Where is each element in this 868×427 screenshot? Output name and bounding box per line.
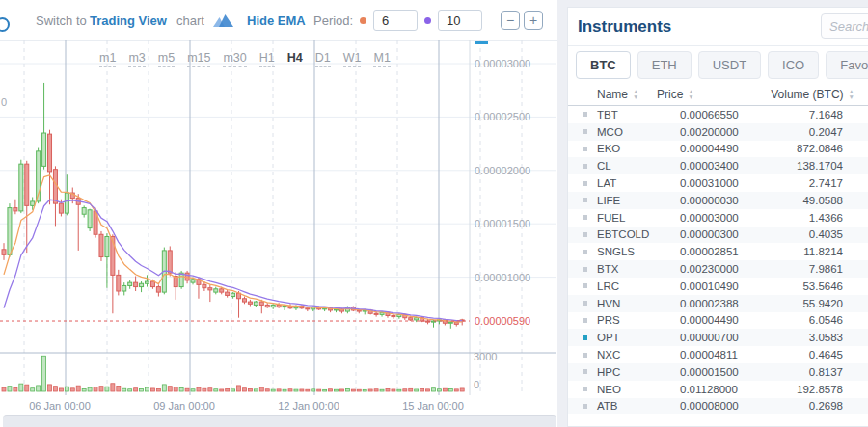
chart-word-label: chart xyxy=(176,13,204,28)
instrument-row[interactable]: ATB0.000080000.2698 xyxy=(568,398,868,415)
instrument-row[interactable]: NXC0.000048110.4645 xyxy=(568,346,868,363)
instrument-price: 0.00004811 xyxy=(680,349,765,360)
instrument-row[interactable]: LRC0.0001049053.5646 xyxy=(568,278,868,295)
svg-text:0.00001000: 0.00001000 xyxy=(475,272,530,283)
instrument-price: 0.00200000 xyxy=(680,126,765,138)
bullet-icon xyxy=(583,181,587,186)
instrument-volume: 53.5646 xyxy=(765,280,843,292)
instrument-price: 0.00230000 xyxy=(680,263,765,275)
svg-text:3000: 3000 xyxy=(474,351,497,362)
candlestick-chart[interactable]: 0.000030000.000025000.000020000.00001500… xyxy=(0,40,557,416)
search-input[interactable] xyxy=(821,13,868,39)
tab-label: BTC xyxy=(590,52,616,78)
instrument-volume: 3.0583 xyxy=(765,332,843,343)
instrument-volume: 11.8214 xyxy=(765,246,843,257)
instrument-row[interactable]: EKO0.00004490872.0846 xyxy=(568,141,868,158)
volume-layer xyxy=(2,356,464,391)
instrument-row[interactable]: BTX0.002300007.9861 xyxy=(568,260,868,278)
sort-icon[interactable]: ▲▼ xyxy=(688,90,693,99)
bullet-icon xyxy=(583,404,587,409)
tab-ico[interactable]: ICO xyxy=(768,51,819,79)
instrument-row[interactable]: SNGLS0.0000285111.8214 xyxy=(568,243,868,260)
instrument-volume: 0.2698 xyxy=(765,400,843,412)
instrument-name: ATB xyxy=(597,400,680,412)
timeframe-m1[interactable]: m1 xyxy=(99,51,116,67)
switch-to-label: Switch to xyxy=(36,13,87,28)
instrument-name: MCO xyxy=(597,126,680,138)
trading-view-link[interactable]: Trading View xyxy=(90,13,167,28)
chart-toolbar: Switch to Trading View chart Hide EMA Pe… xyxy=(0,0,557,41)
timeframe-h1[interactable]: H1 xyxy=(259,51,275,67)
instrument-row[interactable]: MCO0.002000000.2047 xyxy=(568,123,868,141)
column-header-name[interactable]: Name ▲▼ xyxy=(597,88,657,101)
instrument-row[interactable]: PRS0.000044906.0546 xyxy=(568,312,868,330)
tab-favorites[interactable]: Favorites xyxy=(826,51,868,79)
time-axis-label: 12 Jan 00:00 xyxy=(278,400,339,412)
instrument-name: NEO xyxy=(597,384,680,395)
instruments-header: Instruments xyxy=(568,8,868,46)
ema10-period-input[interactable] xyxy=(438,10,482,31)
ema6-period-input[interactable] xyxy=(373,10,418,31)
svg-text:0.00003000: 0.00003000 xyxy=(475,58,530,69)
bullet-icon xyxy=(583,250,587,254)
tab-usdt[interactable]: USDT xyxy=(698,51,761,79)
current-price-label: 0.00000590 xyxy=(475,315,530,327)
instrument-price: 0.00066550 xyxy=(680,109,765,120)
instrument-row[interactable]: HPC0.000015000.8137 xyxy=(568,363,868,381)
hide-ema-link[interactable]: Hide EMA xyxy=(247,13,306,28)
instrument-price: 0.00010490 xyxy=(680,280,765,292)
instrument-name: NXC xyxy=(597,349,680,360)
chart-style-icon xyxy=(212,13,234,28)
instrument-price: 0.00031000 xyxy=(680,177,765,189)
bullet-icon xyxy=(583,267,587,272)
timeframe-m15[interactable]: m15 xyxy=(187,51,210,67)
timeframe-h4[interactable]: H4 xyxy=(287,51,303,67)
instrument-row[interactable]: NEO0.01128000192.8578 xyxy=(568,381,868,398)
zoom-out-button[interactable]: − xyxy=(501,11,520,30)
bullet-icon xyxy=(583,318,587,323)
instruments-panel: Instruments BTCETHUSDTICOFavorites Name … xyxy=(567,7,868,427)
period-label: Period: xyxy=(313,13,353,28)
timeframe-m30[interactable]: m30 xyxy=(223,51,246,67)
column-header-price[interactable]: Price ▲▼ xyxy=(657,88,728,101)
instrument-volume: 7.9861 xyxy=(765,263,843,275)
instrument-row[interactable]: FUEL0.000030001.4366 xyxy=(568,209,868,227)
timeframe-d1[interactable]: D1 xyxy=(315,51,331,67)
bullet-icon xyxy=(583,112,587,117)
bullet-icon xyxy=(583,301,587,306)
chart-horizontal-scrollbar[interactable] xyxy=(3,415,556,427)
bullet-icon xyxy=(583,164,587,169)
tab-eth[interactable]: ETH xyxy=(637,51,692,79)
instrument-volume: 55.9420 xyxy=(765,298,843,309)
instrument-volume: 138.1704 xyxy=(765,160,843,172)
time-axis-label: 06 Jan 00:00 xyxy=(29,400,91,412)
column-header-volume[interactable]: Volume (BTC) ▲▼ xyxy=(755,88,854,101)
instrument-name: EKO xyxy=(597,143,680,154)
timeframe-m1[interactable]: M1 xyxy=(373,51,390,67)
bullet-icon xyxy=(583,283,587,288)
sort-icon[interactable]: ▲▼ xyxy=(849,90,854,99)
instrument-price: 0.00000700 xyxy=(680,332,765,343)
instrument-row[interactable]: CL0.00003400138.1704 xyxy=(568,157,868,174)
ema10-color-dot xyxy=(424,17,431,24)
instrument-row[interactable]: HVN0.0000238855.9420 xyxy=(568,295,868,312)
favorite-bullet-icon xyxy=(583,335,587,340)
tab-label: ETH xyxy=(652,52,677,78)
instrument-row[interactable]: EBTCOLD0.000003000.4035 xyxy=(568,227,868,244)
instrument-price: 0.00001500 xyxy=(680,366,765,378)
instrument-row[interactable]: LIFE0.0000003049.0588 xyxy=(568,192,868,209)
tab-btc[interactable]: BTC xyxy=(576,51,631,79)
instrument-row[interactable]: LAT0.000310002.7417 xyxy=(568,174,868,192)
instrument-volume: 1.4366 xyxy=(765,212,843,224)
zoom-in-button[interactable]: + xyxy=(524,11,543,30)
candles-layer xyxy=(2,83,464,329)
instrument-row[interactable]: OPT0.000007003.0583 xyxy=(568,329,868,346)
instrument-row[interactable]: TBT0.000665507.1648 xyxy=(568,106,868,123)
timeframe-m5[interactable]: m5 xyxy=(158,51,175,67)
sort-icon[interactable]: ▲▼ xyxy=(633,90,638,99)
timeframe-m3[interactable]: m3 xyxy=(128,51,145,67)
timeframe-w1[interactable]: W1 xyxy=(343,51,362,67)
instrument-price: 0.00002388 xyxy=(680,298,765,309)
panel-title: Instruments xyxy=(578,17,671,37)
instrument-name: LIFE xyxy=(597,195,680,206)
